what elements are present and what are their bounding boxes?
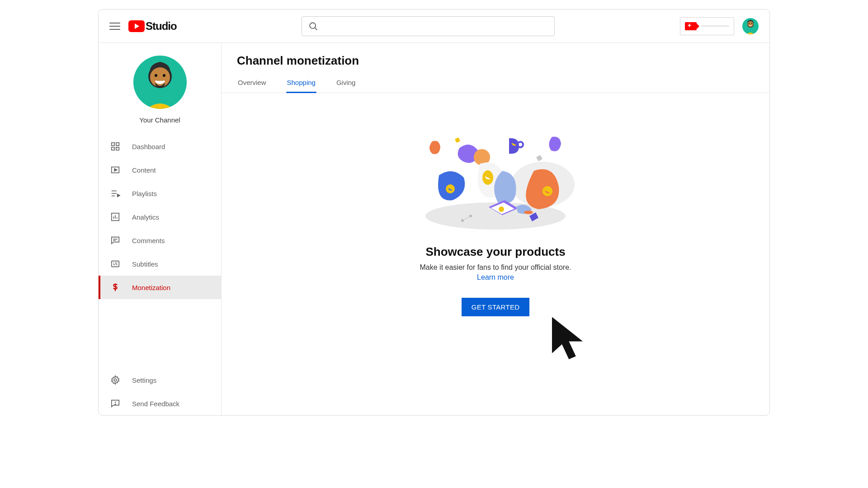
dashboard-icon bbox=[110, 141, 120, 151]
sidebar-item-label: Send Feedback bbox=[132, 400, 179, 408]
sidebar-item-subtitles[interactable]: Subtitles bbox=[99, 252, 221, 276]
svg-point-31 bbox=[114, 379, 117, 381]
svg-rect-13 bbox=[116, 147, 119, 150]
gear-icon bbox=[110, 375, 120, 385]
playlists-icon bbox=[110, 188, 120, 198]
svg-rect-10 bbox=[112, 143, 114, 145]
channel-block: Your Channel bbox=[99, 43, 221, 135]
hero-subtitle: Make it easier for fans to find your off… bbox=[420, 263, 571, 272]
cursor-icon bbox=[547, 314, 597, 364]
logo-text: Studio bbox=[146, 20, 177, 33]
page-header: Channel monetization bbox=[222, 43, 769, 72]
main-content: Channel monetization Overview Shopping G… bbox=[222, 43, 769, 415]
svg-point-40 bbox=[518, 142, 523, 147]
search-icon bbox=[308, 21, 318, 31]
svg-point-5 bbox=[751, 23, 752, 24]
svg-rect-26 bbox=[112, 261, 119, 267]
search-box[interactable] bbox=[302, 16, 555, 36]
monetization-icon bbox=[110, 282, 120, 292]
sidebar-item-label: Settings bbox=[132, 376, 156, 384]
search-input[interactable] bbox=[323, 22, 548, 30]
sidebar-nav: Dashboard Content Playlists Analytics Co… bbox=[99, 135, 221, 415]
sidebar-item-analytics[interactable]: Analytics bbox=[99, 205, 221, 229]
sidebar-item-dashboard[interactable]: Dashboard bbox=[99, 135, 221, 158]
svg-rect-12 bbox=[112, 147, 114, 150]
get-started-button[interactable]: GET STARTED bbox=[462, 298, 530, 316]
tab-shopping[interactable]: Shopping bbox=[286, 72, 316, 93]
content-icon bbox=[110, 165, 120, 175]
tab-label: Giving bbox=[336, 79, 356, 86]
hero-title: Showcase your products bbox=[425, 245, 565, 259]
svg-point-8 bbox=[155, 74, 157, 77]
tab-giving[interactable]: Giving bbox=[335, 72, 357, 93]
create-button[interactable] bbox=[680, 17, 734, 35]
sidebar-item-playlists[interactable]: Playlists bbox=[99, 182, 221, 205]
svg-point-41 bbox=[499, 206, 504, 212]
camera-plus-icon bbox=[685, 22, 697, 30]
tab-content: Showcase your products Make it easier fo… bbox=[222, 93, 769, 415]
header-actions bbox=[680, 17, 759, 35]
sidebar-item-settings[interactable]: Settings bbox=[99, 368, 221, 392]
svg-point-0 bbox=[310, 23, 316, 28]
youtube-icon bbox=[128, 20, 145, 32]
svg-point-7 bbox=[150, 67, 170, 87]
tabs: Overview Shopping Giving bbox=[222, 72, 769, 93]
feedback-icon bbox=[110, 399, 120, 408]
tab-overview[interactable]: Overview bbox=[237, 72, 267, 93]
sidebar: Your Channel Dashboard Content Playlists bbox=[99, 43, 222, 415]
sidebar-item-label: Dashboard bbox=[132, 143, 165, 150]
svg-point-9 bbox=[163, 74, 165, 77]
sidebar-item-content[interactable]: Content bbox=[99, 158, 221, 182]
channel-avatar[interactable] bbox=[133, 56, 187, 109]
sidebar-item-label: Monetization bbox=[132, 284, 170, 291]
svg-marker-15 bbox=[114, 169, 117, 171]
sidebar-item-label: Subtitles bbox=[132, 260, 158, 268]
sidebar-item-label: Analytics bbox=[132, 213, 159, 221]
hero-illustration bbox=[412, 126, 579, 234]
sidebar-item-label: Playlists bbox=[132, 190, 157, 197]
analytics-icon bbox=[110, 212, 120, 222]
sidebar-item-label: Content bbox=[132, 166, 156, 174]
learn-more-link[interactable]: Learn more bbox=[477, 273, 514, 282]
header: Studio bbox=[99, 9, 769, 43]
comments-icon bbox=[110, 235, 120, 245]
sidebar-item-comments[interactable]: Comments bbox=[99, 229, 221, 252]
svg-rect-11 bbox=[116, 143, 119, 145]
svg-point-38 bbox=[446, 184, 455, 193]
subtitles-icon bbox=[110, 259, 120, 269]
studio-logo[interactable]: Studio bbox=[128, 20, 177, 33]
sidebar-item-feedback[interactable]: Send Feedback bbox=[99, 392, 221, 415]
svg-point-33 bbox=[115, 404, 115, 404]
sidebar-item-label: Comments bbox=[132, 237, 165, 244]
page-title: Channel monetization bbox=[237, 54, 754, 68]
tab-label: Overview bbox=[238, 79, 266, 86]
menu-icon[interactable] bbox=[109, 21, 120, 32]
app-window: Studio bbox=[98, 9, 770, 416]
svg-line-1 bbox=[315, 28, 317, 30]
svg-point-39 bbox=[542, 186, 552, 196]
sidebar-item-monetization[interactable]: Monetization bbox=[99, 276, 221, 299]
svg-marker-19 bbox=[118, 194, 120, 197]
svg-point-4 bbox=[749, 23, 750, 24]
search-container bbox=[185, 16, 672, 36]
svg-point-42 bbox=[524, 211, 533, 214]
account-avatar[interactable] bbox=[742, 18, 759, 34]
create-label-placeholder bbox=[701, 25, 729, 27]
channel-name: Your Channel bbox=[139, 116, 180, 124]
tab-label: Shopping bbox=[287, 79, 316, 86]
